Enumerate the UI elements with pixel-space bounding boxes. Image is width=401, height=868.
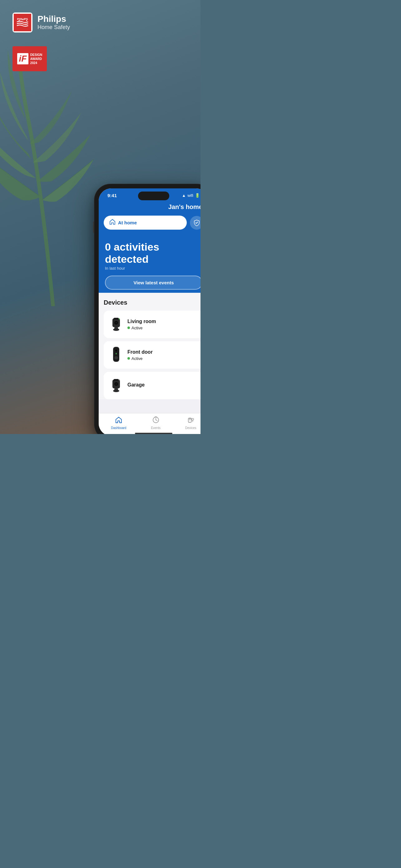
status-label-living-room: Active: [132, 326, 142, 330]
svg-point-26: [119, 380, 120, 381]
shield-button[interactable]: [190, 216, 201, 230]
svg-point-12: [119, 318, 120, 320]
status-icons: ▲ wifi 🔋: [182, 193, 200, 198]
view-events-button[interactable]: View latest events: [105, 276, 201, 290]
svg-text:✦: ✦: [26, 19, 28, 22]
device-image-doorbell: [109, 346, 123, 364]
status-dot-active: [127, 327, 130, 329]
svg-point-9: [115, 322, 117, 323]
if-logo: iF: [17, 53, 28, 64]
brand-name: Philips: [37, 14, 70, 24]
status-time: 9:41: [107, 193, 117, 198]
content-area: Devices: [99, 293, 201, 399]
brand-text: Philips Home Safety: [37, 14, 70, 31]
svg-rect-28: [188, 418, 192, 423]
wifi-icon: wifi: [188, 193, 193, 198]
svg-point-23: [115, 383, 117, 384]
activity-sub: In last hour: [105, 266, 201, 271]
tab-devices-label: Devices: [185, 426, 196, 430]
mode-label: At home: [118, 220, 137, 225]
svg-rect-6: [114, 318, 119, 320]
status-bar: 9:41 ▲ wifi 🔋: [99, 188, 201, 202]
status-label-front-door: Active: [132, 356, 142, 361]
tab-events-label: Events: [151, 426, 161, 430]
tab-dashboard[interactable]: Dashboard: [111, 416, 126, 430]
philips-logo: PHILIPS ✦ ✦ ✦: [12, 12, 32, 32]
device-info-living-room: Living room Active: [127, 319, 198, 330]
device-card-garage[interactable]: Garage: [104, 372, 201, 399]
mode-pill[interactable]: At home: [104, 216, 187, 230]
device-info-garage: Garage: [127, 382, 198, 389]
svg-rect-20: [114, 379, 119, 381]
svg-point-29: [189, 418, 191, 420]
status-dot-front-door: [127, 357, 130, 360]
battery-icon: 🔋: [195, 193, 200, 198]
home-title: Jan's home: [105, 204, 201, 214]
branding-section: PHILIPS ✦ ✦ ✦ Philips Home Safety: [12, 12, 70, 32]
device-card-living-room[interactable]: Living room Active: [104, 311, 201, 338]
tab-events[interactable]: Events: [151, 416, 161, 430]
brand-subtitle: Home Safety: [37, 24, 70, 31]
svg-text:✦: ✦: [18, 19, 20, 22]
device-card-front-door[interactable]: Front door Active: [104, 341, 201, 369]
events-icon: [153, 416, 159, 425]
phone-mockup: 9:41 ▲ wifi 🔋 Jan's home: [94, 184, 201, 434]
activity-section: 0 activities detected In last hour View …: [99, 235, 201, 302]
tab-dashboard-label: Dashboard: [111, 426, 126, 430]
home-indicator: [135, 433, 172, 434]
svg-point-16: [115, 350, 117, 351]
device-image-indoor: [109, 316, 123, 333]
svg-rect-0: [14, 14, 31, 31]
svg-point-18: [115, 353, 117, 354]
award-text: DESIGN AWARD 2024: [30, 53, 42, 65]
svg-point-11: [113, 329, 119, 331]
device-name-front-door: Front door: [127, 349, 198, 355]
svg-point-25: [113, 390, 119, 392]
device-status-front-door: Active: [127, 356, 198, 361]
app-header: Jan's home: [99, 202, 201, 214]
phone-screen: 9:41 ▲ wifi 🔋 Jan's home: [99, 188, 201, 434]
mode-bar: At home: [99, 214, 201, 235]
award-badge: iF DESIGN AWARD 2024: [12, 46, 47, 71]
dashboard-icon: [115, 416, 122, 425]
svg-point-31: [192, 418, 194, 420]
tab-devices[interactable]: Devices: [185, 416, 196, 430]
device-status-living-room: Active: [127, 326, 198, 330]
devices-title: Devices: [104, 299, 201, 306]
tab-bar: Dashboard Events: [99, 413, 201, 434]
device-name-garage: Garage: [127, 382, 198, 388]
devices-section: Devices: [99, 294, 201, 399]
device-image-garage-cam: [109, 377, 123, 394]
devices-icon: [188, 416, 194, 425]
signal-icon: ▲: [182, 193, 186, 198]
home-mode-icon: [109, 219, 115, 226]
device-info-front-door: Front door Active: [127, 349, 198, 361]
svg-text:✦: ✦: [22, 19, 24, 21]
svg-rect-17: [114, 356, 118, 359]
phone-frame: 9:41 ▲ wifi 🔋 Jan's home: [94, 184, 201, 434]
device-name-living-room: Living room: [127, 319, 198, 324]
svg-point-30: [190, 421, 190, 421]
dynamic-island: [138, 191, 169, 200]
activity-count: 0 activities detected: [105, 241, 201, 265]
